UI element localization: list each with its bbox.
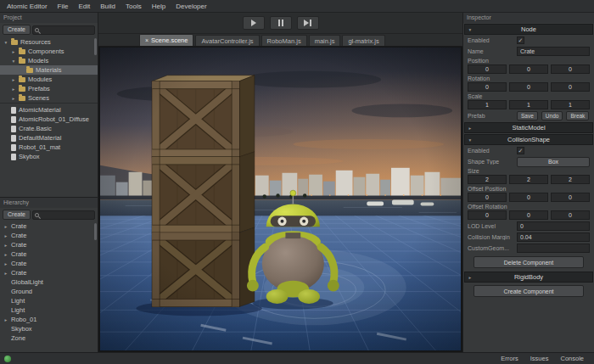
prefab-break-button[interactable]: Break — [566, 111, 589, 120]
collapse-arrow-icon[interactable]: ▸ — [465, 275, 475, 280]
expand-arrow-icon[interactable]: ▸ — [3, 261, 8, 266]
menu-item[interactable]: Build — [95, 3, 120, 10]
expand-arrow-icon[interactable]: ▸ — [3, 252, 8, 257]
hierarchy-scrollbar[interactable] — [94, 223, 97, 240]
node-section-header[interactable]: ▾ Node — [464, 24, 593, 35]
prefab-undo-button[interactable]: Undo — [541, 111, 563, 120]
expand-arrow-icon[interactable]: ▸ — [11, 96, 16, 101]
scalar-input[interactable] — [517, 232, 590, 242]
project-tree-item[interactable]: ▾ Models — [0, 56, 98, 65]
vector-x-input[interactable] — [468, 193, 507, 202]
prefab-save-button[interactable]: Save — [517, 111, 538, 120]
hierarchy-item[interactable]: ▸ Crate — [0, 268, 98, 277]
expand-arrow-icon[interactable]: ▸ — [11, 49, 16, 54]
hierarchy-item[interactable]: ▸ Crate — [0, 249, 98, 259]
vector-x-input[interactable] — [468, 175, 507, 184]
project-tree-item[interactable]: ▸ Scenes — [0, 93, 98, 103]
vector-x-input[interactable] — [468, 100, 507, 109]
expand-arrow-icon[interactable]: ▸ — [3, 243, 8, 248]
project-tree-item[interactable]: ▾ Resources — [0, 37, 98, 47]
project-file-item[interactable]: AtomicRobot_01_Diffuse — [0, 115, 98, 124]
scalar-input[interactable] — [517, 221, 590, 231]
tab[interactable]: × AvatarController.js — [195, 35, 259, 46]
collapse-arrow-icon[interactable]: ▸ — [465, 126, 475, 131]
pause-button[interactable] — [270, 16, 292, 30]
menu-item[interactable]: Tools — [120, 3, 147, 10]
menu-item[interactable]: File — [53, 3, 74, 10]
expand-arrow-icon[interactable]: ▸ — [11, 87, 16, 92]
expand-arrow-icon[interactable]: ▸ — [3, 271, 8, 276]
statusbar-item[interactable]: Errors — [495, 355, 524, 362]
vector-y-input[interactable] — [509, 193, 548, 202]
hierarchy-create-button[interactable]: Create — [3, 210, 31, 220]
vector-z-input[interactable] — [551, 193, 590, 202]
tab[interactable]: × gl-matrix.js — [342, 35, 384, 46]
hierarchy-search-input[interactable] — [41, 212, 92, 218]
collapse-arrow-icon[interactable]: ▾ — [465, 27, 475, 32]
expand-arrow-icon[interactable]: ▸ — [11, 77, 16, 82]
play-button[interactable] — [243, 16, 265, 30]
expand-arrow-icon[interactable]: ▸ — [3, 224, 8, 229]
tab[interactable]: × RoboMan.js — [261, 35, 307, 46]
hierarchy-item[interactable]: Light — [0, 296, 98, 305]
vector-z-input[interactable] — [551, 175, 590, 184]
hierarchy-item[interactable]: ▸ Crate — [0, 240, 98, 249]
project-file-item[interactable]: Crate.Basic — [0, 124, 98, 133]
vector-z-input[interactable] — [551, 64, 590, 74]
vector-y-input[interactable] — [509, 175, 548, 184]
project-create-button[interactable]: Create — [3, 25, 31, 35]
expand-arrow-icon[interactable]: ▾ — [3, 40, 8, 45]
hierarchy-item[interactable]: ▸ Crate — [0, 221, 98, 231]
hierarchy-item[interactable]: ▸ Crate — [0, 231, 98, 240]
project-file-item[interactable]: Skybox — [0, 152, 98, 161]
expand-arrow-icon[interactable]: ▾ — [11, 59, 16, 64]
project-tree-item[interactable]: ▸ Components — [0, 47, 98, 56]
step-button[interactable] — [297, 16, 319, 30]
scalar-input[interactable] — [517, 244, 590, 253]
project-file-item[interactable]: Robot_01_mat — [0, 143, 98, 152]
hierarchy-item[interactable]: Zone — [0, 333, 98, 343]
vector-x-input[interactable] — [468, 82, 507, 92]
project-search[interactable] — [32, 25, 95, 35]
vector-y-input[interactable] — [509, 210, 548, 220]
vector-y-input[interactable] — [509, 82, 548, 92]
statusbar-item[interactable]: Issues — [524, 355, 555, 362]
vector-z-input[interactable] — [551, 100, 590, 109]
project-file-item[interactable]: AtomicMaterial — [0, 105, 98, 115]
menu-item[interactable]: Developer — [171, 3, 211, 10]
vector-x-input[interactable] — [468, 64, 507, 74]
project-tree-item[interactable]: ▸ Prefabs — [0, 84, 98, 93]
statusbar-item[interactable]: Console — [554, 355, 590, 362]
project-search-input[interactable] — [41, 27, 92, 33]
delete-component-button[interactable]: Delete Component — [474, 256, 584, 268]
name-input[interactable] — [517, 47, 590, 56]
hierarchy-search[interactable] — [32, 210, 95, 220]
hierarchy-item[interactable]: Ground — [0, 287, 98, 296]
menu-item[interactable]: Atomic Editor — [2, 3, 53, 10]
vector-y-input[interactable] — [509, 64, 548, 74]
vector-z-input[interactable] — [551, 210, 590, 220]
vector-z-input[interactable] — [551, 82, 590, 92]
menu-item[interactable]: Edit — [73, 3, 95, 10]
hierarchy-item[interactable]: ▸ Robo_01 — [0, 315, 98, 324]
hierarchy-item[interactable]: Light — [0, 305, 98, 315]
hierarchy-item[interactable]: ▸ Crate — [0, 259, 98, 268]
project-file-item[interactable]: DefaultMaterial — [0, 133, 98, 143]
tab-close-icon[interactable]: × — [145, 37, 148, 43]
rigidbody-section-header[interactable]: ▸ RigidBody — [464, 272, 593, 283]
viewport-3d[interactable] — [98, 47, 462, 352]
expand-arrow-icon[interactable]: ▸ — [3, 317, 8, 322]
shape-type-dropdown[interactable]: Box — [517, 157, 590, 167]
vector-y-input[interactable] — [509, 100, 548, 109]
collisionshape-section-header[interactable]: ▾ CollisionShape — [464, 134, 593, 145]
menu-item[interactable]: Help — [147, 3, 171, 10]
project-tree-item[interactable]: ▸ Modules — [0, 75, 98, 84]
vector-x-input[interactable] — [468, 210, 507, 220]
hierarchy-item[interactable]: Skybox — [0, 324, 98, 333]
enabled-checkbox[interactable]: ✓ — [517, 36, 524, 44]
staticmodel-section-header[interactable]: ▸ StaticModel — [464, 122, 593, 133]
enabled-checkbox[interactable]: ✓ — [517, 147, 524, 154]
hierarchy-item[interactable]: GlobalLight — [0, 277, 98, 287]
collapse-arrow-icon[interactable]: ▾ — [465, 137, 475, 143]
expand-arrow-icon[interactable]: ▸ — [3, 233, 8, 238]
